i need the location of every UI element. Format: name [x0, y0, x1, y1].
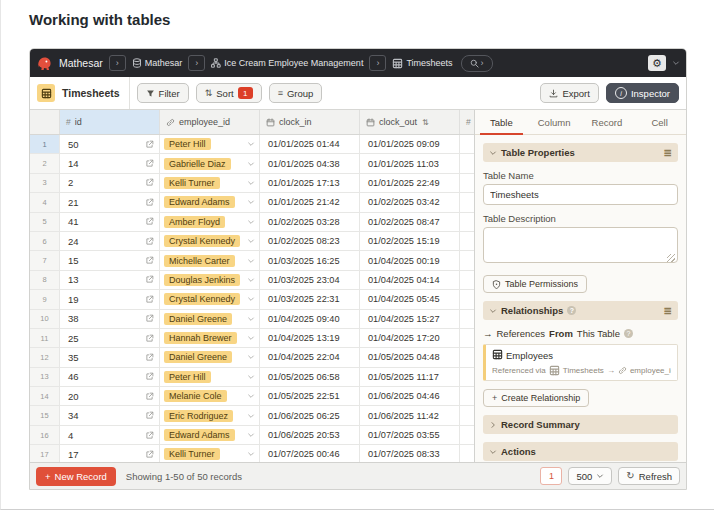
chevron-down-icon[interactable] [247, 450, 255, 458]
record-summary-pill[interactable]: Daniel Greene [164, 313, 232, 325]
chevron-down-icon[interactable] [247, 412, 255, 420]
row-number[interactable]: 9 [30, 290, 60, 308]
cell-hours[interactable] [460, 193, 474, 211]
open-record-icon[interactable] [145, 334, 154, 343]
cell-clock-in[interactable]: 01/06/2025 06:25 [260, 406, 360, 424]
cell-id[interactable]: 34 [60, 406, 160, 424]
settings-button[interactable]: ⚙ [648, 55, 666, 71]
record-summary-pill[interactable]: Peter Hill [164, 371, 211, 383]
cell-clock-out[interactable]: 01/02/2025 03:42 [360, 193, 460, 211]
resize-grip-icon[interactable] [667, 254, 675, 262]
breadcrumb-schema[interactable]: Ice Cream Employee Management [211, 58, 363, 68]
chevron-down-icon[interactable] [247, 334, 255, 342]
chevron-down-icon[interactable] [247, 315, 255, 323]
cell-clock-out[interactable]: 01/01/2025 09:09 [360, 135, 460, 153]
mathesar-logo-icon[interactable] [36, 55, 53, 72]
breadcrumb-chevron-icon[interactable]: › [369, 55, 386, 71]
create-relationship-button[interactable]: + Create Relationship [483, 389, 589, 407]
record-summary-pill[interactable]: Kelli Turner [164, 177, 220, 189]
chevron-down-icon[interactable] [247, 373, 255, 381]
cell-clock-out[interactable]: 01/02/2025 15:19 [360, 232, 460, 250]
cell-clock-in[interactable]: 01/03/2025 16:25 [260, 251, 360, 269]
cell-id[interactable]: 35 [60, 348, 160, 366]
cell-clock-in[interactable]: 01/01/2025 21:42 [260, 193, 360, 211]
cell-employee-id[interactable]: Crystal Kennedy [160, 232, 260, 250]
cell-clock-out[interactable]: 01/04/2025 04:14 [360, 271, 460, 289]
open-record-icon[interactable] [145, 140, 154, 149]
cell-employee-id[interactable]: Daniel Greene [160, 310, 260, 328]
open-record-icon[interactable] [145, 372, 154, 381]
chevron-down-icon[interactable] [247, 218, 255, 226]
section-relationships[interactable]: Relationships ? ≣ [483, 301, 678, 320]
cell-employee-id[interactable]: Peter Hill [160, 135, 260, 153]
cell-employee-id[interactable]: Amber Floyd [160, 213, 260, 231]
open-record-icon[interactable] [145, 237, 154, 246]
cell-clock-in[interactable]: 01/05/2025 06:58 [260, 368, 360, 386]
inspector-button[interactable]: i Inspector [606, 83, 679, 103]
cell-employee-id[interactable]: Melanie Cole [160, 387, 260, 405]
header-id[interactable]: # id [60, 110, 160, 134]
section-record-summary[interactable]: Record Summary [483, 415, 678, 434]
cell-clock-out[interactable]: 01/02/2025 08:47 [360, 213, 460, 231]
cell-clock-out[interactable]: 01/04/2025 17:20 [360, 329, 460, 347]
record-summary-pill[interactable]: Peter Hill [164, 138, 211, 150]
cell-clock-out[interactable]: 01/01/2025 11:03 [360, 154, 460, 172]
cell-clock-out[interactable]: 01/04/2025 15:27 [360, 310, 460, 328]
table-permissions-button[interactable]: Table Permissions [483, 275, 587, 293]
cell-employee-id[interactable]: Peter Hill [160, 368, 260, 386]
settings-caret-icon[interactable] [672, 59, 680, 67]
chevron-down-icon[interactable] [247, 237, 255, 245]
chevron-down-icon[interactable] [247, 392, 255, 400]
cell-clock-in[interactable]: 01/03/2025 22:31 [260, 290, 360, 308]
cell-id[interactable]: 46 [60, 368, 160, 386]
header-employee-id[interactable]: employee_id [160, 110, 260, 134]
row-number[interactable]: 7 [30, 251, 60, 269]
open-record-icon[interactable] [145, 275, 154, 284]
cell-clock-in[interactable]: 01/06/2025 20:53 [260, 426, 360, 444]
cell-hours[interactable] [460, 232, 474, 250]
record-summary-pill[interactable]: Daniel Greene [164, 351, 232, 363]
chevron-down-icon[interactable] [247, 276, 255, 284]
cell-hours[interactable] [460, 310, 474, 328]
cell-employee-id[interactable]: Crystal Kennedy [160, 290, 260, 308]
table-name-input[interactable] [483, 184, 678, 205]
record-summary-pill[interactable]: Crystal Kennedy [164, 293, 240, 305]
cell-clock-in[interactable]: 01/04/2025 09:40 [260, 310, 360, 328]
cell-hours[interactable] [460, 445, 474, 462]
chevron-down-icon[interactable] [247, 353, 255, 361]
cell-employee-id[interactable]: Edward Adams [160, 193, 260, 211]
open-record-icon[interactable] [145, 178, 154, 187]
cell-id[interactable]: 17 [60, 445, 160, 462]
cell-hours[interactable] [460, 290, 474, 308]
chevron-down-icon[interactable] [247, 295, 255, 303]
open-record-icon[interactable] [145, 295, 154, 304]
tab-column[interactable]: Column [528, 110, 581, 134]
cell-hours[interactable] [460, 387, 474, 405]
cell-employee-id[interactable]: Eric Rodriguez [160, 406, 260, 424]
new-record-button[interactable]: + New Record [36, 467, 116, 486]
cell-clock-out[interactable]: 01/04/2025 00:19 [360, 251, 460, 269]
row-number[interactable]: 4 [30, 193, 60, 211]
row-number[interactable]: 15 [30, 406, 60, 424]
row-number[interactable]: 14 [30, 387, 60, 405]
cell-hours[interactable] [460, 426, 474, 444]
cell-hours[interactable] [460, 213, 474, 231]
search-button[interactable]: › [461, 55, 493, 72]
cell-clock-in[interactable]: 01/03/2025 23:04 [260, 271, 360, 289]
open-record-icon[interactable] [145, 198, 154, 207]
section-actions[interactable]: Actions [483, 442, 678, 461]
cell-clock-in[interactable]: 01/02/2025 03:28 [260, 213, 360, 231]
record-summary-pill[interactable]: Eric Rodriguez [164, 410, 233, 422]
cell-id[interactable]: 25 [60, 329, 160, 347]
cell-clock-out[interactable]: 01/07/2025 03:55 [360, 426, 460, 444]
record-summary-pill[interactable]: Hannah Brewer [164, 332, 237, 344]
cell-id[interactable]: 41 [60, 213, 160, 231]
breadcrumb-chevron-icon[interactable]: › [188, 55, 205, 71]
chevron-down-icon[interactable] [247, 179, 255, 187]
cell-employee-id[interactable]: Edward Adams [160, 426, 260, 444]
row-number[interactable]: 17 [30, 445, 60, 462]
cell-hours[interactable] [460, 271, 474, 289]
refresh-button[interactable]: ↻ Refresh [618, 467, 680, 485]
row-number[interactable]: 3 [30, 174, 60, 192]
record-summary-pill[interactable]: Michelle Carter [164, 255, 235, 267]
